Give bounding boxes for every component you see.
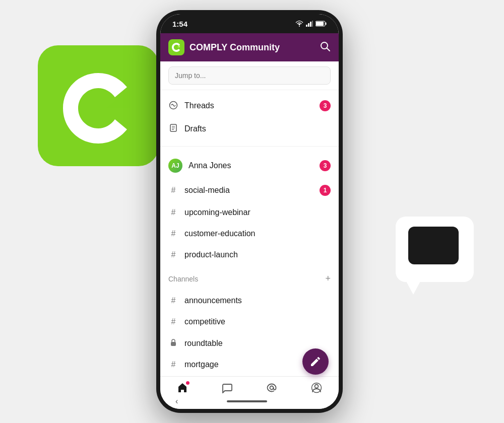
svg-rect-18 xyxy=(171,342,176,346)
svg-rect-1 xyxy=(408,227,459,264)
channel-customer-education[interactable]: # customer-education xyxy=(160,223,339,244)
threads-icon xyxy=(168,101,178,111)
add-channel-button[interactable]: + xyxy=(325,273,331,284)
svg-line-12 xyxy=(327,48,330,51)
hash-icon-mortgage: # xyxy=(168,360,178,369)
product-launch-label: product-launch xyxy=(184,250,331,259)
search-bar-container xyxy=(160,61,339,90)
hash-icon-product-launch: # xyxy=(168,250,178,259)
app-logo-large xyxy=(45,53,151,159)
status-bar: 1:54 xyxy=(160,14,339,33)
dm-section: AJ Anna Jones 3 # social-media 1 # upcom… xyxy=(160,149,339,269)
compose-icon xyxy=(309,356,322,368)
svg-point-2 xyxy=(299,26,300,27)
dm-anna-jones[interactable]: AJ Anna Jones 3 xyxy=(160,153,339,179)
channel-social-media[interactable]: # social-media 1 xyxy=(160,179,339,202)
phone-bottom-bar: ‹ xyxy=(160,394,339,409)
threads-drafts-section: Threads 3 Drafts xyxy=(160,90,339,144)
header-title: COMPLY Community xyxy=(190,42,314,53)
svg-rect-9 xyxy=(326,23,327,25)
hash-icon-social-media: # xyxy=(168,186,178,195)
svg-point-20 xyxy=(270,386,274,390)
hash-icon-competitive: # xyxy=(168,317,178,326)
drafts-menu-item[interactable]: Drafts xyxy=(160,117,339,140)
social-media-label: social-media xyxy=(184,186,313,195)
anna-jones-badge: 3 xyxy=(320,160,331,171)
channels-label: Channels xyxy=(168,275,325,283)
header-logo xyxy=(168,39,184,55)
status-icons xyxy=(295,21,327,27)
announcements-label: announcements xyxy=(184,296,331,305)
drafts-label: Drafts xyxy=(184,124,331,133)
social-media-badge: 1 xyxy=(320,185,331,196)
upcoming-webinar-label: upcoming-webinar xyxy=(184,208,331,217)
hash-icon-announcements: # xyxy=(168,296,178,305)
phone-device: 1:54 xyxy=(156,10,343,413)
search-icon[interactable] xyxy=(320,41,331,54)
channel-product-launch[interactable]: # product-launch xyxy=(160,244,339,265)
svg-rect-6 xyxy=(312,21,313,27)
channel-upcoming-webinar[interactable]: # upcoming-webinar xyxy=(160,202,339,223)
threads-badge: 3 xyxy=(320,100,331,111)
home-indicator xyxy=(227,400,267,402)
jump-to-input[interactable] xyxy=(168,66,331,85)
svg-rect-4 xyxy=(308,23,309,27)
signal-icon xyxy=(306,21,313,27)
hash-icon-customer-edu: # xyxy=(168,229,178,238)
channel-announcements[interactable]: # announcements xyxy=(160,290,339,311)
channels-section-header: Channels + xyxy=(160,269,339,286)
svg-rect-5 xyxy=(310,22,311,27)
wifi-icon xyxy=(295,21,303,27)
status-time: 1:54 xyxy=(172,20,187,28)
anna-jones-label: Anna Jones xyxy=(188,161,313,170)
svg-rect-3 xyxy=(306,25,307,27)
svg-rect-8 xyxy=(316,22,324,26)
home-notification-dot xyxy=(186,381,190,385)
roundtable-label: roundtable xyxy=(184,339,331,348)
svg-point-21 xyxy=(314,385,318,388)
threads-label: Threads xyxy=(184,101,313,110)
lock-icon-roundtable xyxy=(168,338,178,348)
app-header: COMPLY Community xyxy=(160,33,339,61)
anna-jones-avatar: AJ xyxy=(168,159,182,173)
compose-fab-button[interactable] xyxy=(302,348,329,375)
threads-menu-item[interactable]: Threads 3 xyxy=(160,94,339,117)
battery-icon xyxy=(316,21,327,27)
drafts-icon xyxy=(168,123,178,134)
divider-1 xyxy=(160,146,339,147)
back-button[interactable]: ‹ xyxy=(175,397,178,406)
chat-bubble-decoration xyxy=(396,217,474,282)
channel-competitive[interactable]: # competitive xyxy=(160,311,339,332)
hash-icon-webinar: # xyxy=(168,208,178,217)
customer-education-label: customer-education xyxy=(184,229,331,238)
competitive-label: competitive xyxy=(184,317,331,326)
